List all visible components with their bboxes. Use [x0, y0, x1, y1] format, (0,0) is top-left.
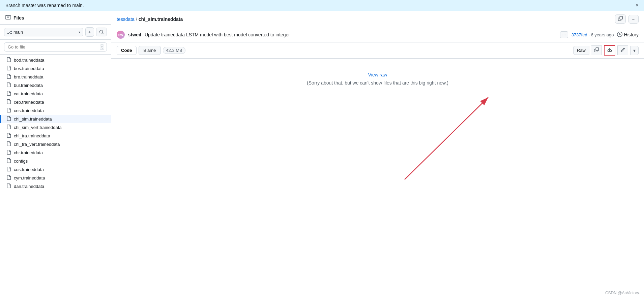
file-too-large-msg: (Sorry about that, but we can't show fil… [307, 80, 448, 86]
blame-tab[interactable]: Blame [139, 46, 161, 55]
file-icon [6, 91, 11, 97]
sidebar-title: Files [13, 15, 24, 21]
branch-bar: ⎇ main ▾ + [0, 25, 111, 40]
file-icon [6, 175, 11, 181]
file-name: ceb.traineddata [14, 100, 106, 105]
file-name: cym.traineddata [14, 175, 106, 180]
branch-selector[interactable]: ⎇ main ▾ [4, 28, 83, 36]
commit-bar: sw stweil Update traineddata LSTM model … [111, 27, 644, 42]
breadcrumb-repo[interactable]: tessdata [117, 16, 135, 22]
file-name: chi_sim.traineddata [14, 117, 106, 122]
download-button[interactable] [604, 45, 615, 56]
list-item[interactable]: chi_tra_vert.traineddata [0, 140, 111, 148]
file-icon [6, 116, 11, 122]
file-name: configs [14, 159, 106, 164]
file-icon [6, 82, 11, 88]
commit-dot-sep: · [588, 32, 591, 37]
search-bar: t [0, 40, 111, 55]
file-list: bod.traineddata bos.traineddata bre.trai… [0, 55, 111, 297]
raw-button[interactable]: Raw [573, 46, 589, 55]
file-name: bul.traineddata [14, 83, 106, 88]
file-icon [6, 133, 11, 139]
file-header-bar: tessdata / chi_sim.traineddata ··· [111, 11, 644, 27]
list-item[interactable]: bos.traineddata [0, 64, 111, 73]
history-label: History [624, 32, 639, 37]
list-item[interactable]: ces.traineddata [0, 106, 111, 115]
file-name: chi_sim_vert.traineddata [14, 125, 106, 130]
chevron-down-icon: ▾ [79, 30, 80, 34]
branch-name: main [13, 30, 23, 35]
file-icon [6, 125, 11, 130]
file-icon [6, 150, 11, 156]
file-name: dan.traineddata [14, 184, 106, 189]
breadcrumb: tessdata / chi_sim.traineddata [117, 16, 612, 22]
file-icon [6, 66, 11, 71]
list-item[interactable]: bul.traineddata [0, 81, 111, 90]
commit-meta: 3737fed · 6 years ago [572, 32, 614, 37]
file-name: chr.traineddata [14, 150, 106, 155]
code-tab[interactable]: Code [117, 46, 137, 55]
clock-icon [617, 32, 622, 38]
file-name: bos.traineddata [14, 66, 106, 71]
file-icon [6, 167, 11, 172]
more-toolbar-button[interactable]: ▾ [630, 46, 639, 55]
commit-hash-link[interactable]: 3737fed [572, 32, 587, 37]
commit-expand-button[interactable]: ··· [560, 31, 568, 38]
breadcrumb-file: chi_sim.traineddata [139, 16, 183, 22]
commit-message: Update traineddata LSTM model with best … [145, 32, 557, 37]
file-name: ces.traineddata [14, 108, 106, 113]
file-name: cos.traineddata [14, 167, 106, 172]
file-icon [6, 74, 11, 80]
file-icon [6, 184, 11, 189]
list-item[interactable]: chi_tra.traineddata [0, 132, 111, 140]
commit-age: 6 years ago [591, 32, 614, 37]
list-item[interactable]: bod.traineddata [0, 56, 111, 64]
main-content-wrapper: tessdata / chi_sim.traineddata ··· sw st… [111, 11, 644, 297]
avatar: sw [117, 31, 125, 39]
files-icon [5, 14, 11, 21]
sidebar-header: Files [0, 11, 111, 25]
file-name: chi_tra_vert.traineddata [14, 142, 106, 147]
add-file-button[interactable]: + [85, 27, 94, 37]
search-button[interactable] [96, 28, 107, 36]
history-button[interactable]: History [617, 32, 639, 38]
more-options-button[interactable]: ··· [628, 15, 639, 24]
commit-author[interactable]: stweil [128, 32, 141, 37]
banner-text: Branch master was renamed to main. [5, 3, 84, 8]
sidebar: Files ⎇ main ▾ + t [0, 11, 111, 297]
search-input[interactable] [4, 42, 107, 52]
code-toolbar: Code Blame 42.3 MB Raw [111, 42, 644, 59]
list-item[interactable]: cat.traineddata [0, 90, 111, 98]
banner-close-button[interactable]: × [636, 3, 639, 8]
watermark: CSDN @AaVictory. [605, 291, 640, 295]
copy-raw-button[interactable] [591, 45, 602, 55]
list-item[interactable]: dan.traineddata [0, 182, 111, 191]
file-name: bre.traineddata [14, 74, 106, 79]
search-shortcut-badge: t [100, 44, 104, 50]
list-item[interactable]: cos.traineddata [0, 165, 111, 174]
file-name: chi_tra.traineddata [14, 133, 106, 138]
view-raw-link[interactable]: View raw [368, 72, 387, 77]
file-name: cat.traineddata [14, 91, 106, 96]
file-icon [6, 158, 11, 164]
file-icon [6, 141, 11, 147]
edit-button[interactable] [617, 45, 628, 55]
file-content: View raw (Sorry about that, but we can't… [111, 59, 644, 297]
list-item[interactable]: configs [0, 157, 111, 165]
file-icon [6, 108, 11, 113]
list-item[interactable]: ceb.traineddata [0, 98, 111, 106]
list-item[interactable]: bre.traineddata [0, 73, 111, 81]
copy-path-button[interactable] [615, 14, 626, 24]
file-size-badge: 42.3 MB [163, 47, 185, 54]
branch-icon: ⎇ [7, 30, 12, 35]
list-item[interactable]: chi_sim_vert.traineddata [0, 123, 111, 132]
rename-banner: Branch master was renamed to main. × [0, 0, 644, 11]
list-item[interactable]: chr.traineddata [0, 148, 111, 157]
main-panel: tessdata / chi_sim.traineddata ··· sw st… [111, 11, 644, 297]
file-name: bod.traineddata [14, 58, 106, 63]
file-icon [6, 99, 11, 105]
list-item[interactable]: chi_sim.traineddata [0, 115, 111, 123]
breadcrumb-separator: / [136, 16, 137, 22]
file-icon [6, 57, 11, 63]
list-item[interactable]: cym.traineddata [0, 174, 111, 182]
